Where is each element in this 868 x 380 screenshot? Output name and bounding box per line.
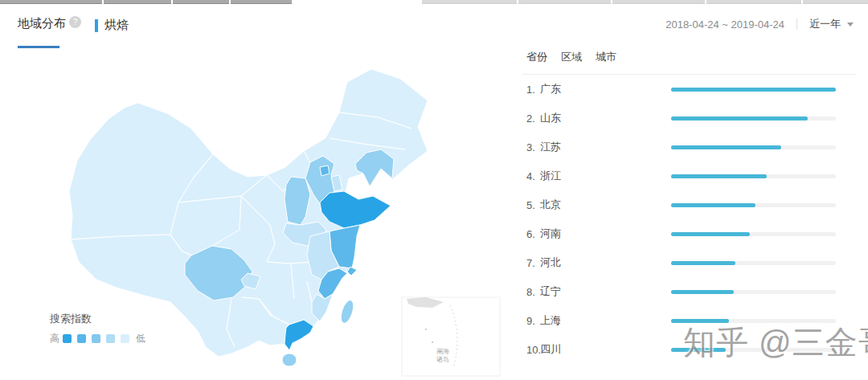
bar-track xyxy=(671,232,836,236)
ranking-panel: 省份 区域 城市 1. 广东 2. 山东 3. 江苏 4. 浙江 5. 北京 xyxy=(522,47,856,364)
tab-region[interactable]: 区域 xyxy=(561,50,582,64)
ranking-row: 3. 江苏 xyxy=(522,133,856,161)
ranking-row: 4. 浙江 xyxy=(522,161,856,190)
divider xyxy=(796,18,797,30)
legend-low-label: 低 xyxy=(136,332,145,345)
title-underline xyxy=(18,46,59,48)
legend-high-label: 高 xyxy=(50,332,59,345)
bar-fill xyxy=(671,88,836,92)
search-index-legend: 搜索指数 高 低 xyxy=(50,312,145,345)
legend-swatch xyxy=(92,334,100,343)
region-name: 江苏 xyxy=(540,140,561,154)
rank-number: 7. xyxy=(526,257,540,269)
page-title: 地域分布 xyxy=(18,16,66,31)
date-range: 2018-04-24 ~ 2019-04-24 xyxy=(665,18,784,31)
map-region-beijing[interactable] xyxy=(320,165,330,176)
region-name: 北京 xyxy=(540,198,561,212)
keyword-marker xyxy=(95,19,98,32)
region-name: 辽宁 xyxy=(540,284,561,299)
bar-fill xyxy=(671,232,750,236)
map-region-hainan[interactable] xyxy=(282,353,297,366)
bar-track xyxy=(671,174,836,178)
region-name: 广东 xyxy=(540,82,561,96)
rank-number: 2. xyxy=(526,112,540,125)
ranking-row: 5. 北京 xyxy=(522,190,856,219)
tab-divider xyxy=(801,0,803,4)
legend-swatch xyxy=(77,334,86,343)
region-name: 浙江 xyxy=(540,169,561,183)
bar-track xyxy=(671,145,836,149)
help-icon[interactable]: ? xyxy=(69,16,81,28)
south-china-sea-inset: 南海 诸岛 xyxy=(402,297,500,376)
legend-swatch xyxy=(121,334,129,343)
tab-province[interactable]: 省份 xyxy=(526,50,547,64)
bar-track xyxy=(671,116,836,121)
ranking-row: 1. 广东 xyxy=(522,75,856,104)
caret-down-icon xyxy=(847,22,854,27)
bar-fill xyxy=(671,261,735,265)
region-name: 河南 xyxy=(540,227,561,241)
bar-fill xyxy=(671,290,734,294)
tab-city[interactable]: 城市 xyxy=(596,50,616,64)
scope-tabs: 省份 区域 城市 xyxy=(522,47,856,75)
map-region-taiwan[interactable] xyxy=(338,299,356,325)
region-name: 河北 xyxy=(540,255,561,270)
region-name: 上海 xyxy=(540,313,561,328)
watermark: 知乎 @三金哥 xyxy=(683,321,868,365)
tab-divider xyxy=(102,0,104,4)
bar-track xyxy=(671,261,836,265)
keyword-label: 烘焙 xyxy=(104,18,129,33)
tab-divider xyxy=(611,0,612,4)
browser-tabs-strip xyxy=(0,0,868,4)
rank-number: 10. xyxy=(526,344,540,356)
rank-number: 3. xyxy=(526,141,540,153)
region-name: 山东 xyxy=(540,111,561,125)
bar-track xyxy=(671,290,836,294)
browser-tab-remnant-left xyxy=(0,0,292,4)
ranking-row: 6. 河南 xyxy=(522,219,856,248)
region-name: 四川 xyxy=(540,342,561,357)
rank-number: 4. xyxy=(526,170,540,182)
bar-track xyxy=(671,88,836,92)
bar-fill xyxy=(671,203,755,207)
tab-divider xyxy=(229,0,231,4)
rank-number: 6. xyxy=(526,228,540,240)
inset-label-line1: 南海 xyxy=(436,348,449,355)
tab-divider xyxy=(705,0,706,4)
period-label: 近一年 xyxy=(809,17,841,31)
rank-number: 8. xyxy=(526,286,540,298)
ranking-row: 2. 山东 xyxy=(522,104,856,133)
rank-number: 9. xyxy=(526,315,540,327)
rank-number: 5. xyxy=(526,199,540,211)
legend-title: 搜索指数 xyxy=(50,312,145,326)
ranking-row: 8. 辽宁 xyxy=(522,277,856,306)
legend-swatch xyxy=(106,334,115,343)
legend-swatch xyxy=(63,334,72,343)
rank-number: 1. xyxy=(526,84,540,96)
bar-fill xyxy=(671,116,808,121)
tab-divider xyxy=(171,0,173,4)
bar-track xyxy=(671,203,836,207)
bar-fill xyxy=(671,145,781,149)
browser-tab-remnant-right xyxy=(422,0,868,4)
tab-divider xyxy=(517,0,518,4)
period-dropdown[interactable]: 近一年 xyxy=(809,17,854,31)
bar-fill xyxy=(671,174,767,178)
ranking-row: 7. 河北 xyxy=(522,248,856,277)
inset-label-line2: 诸岛 xyxy=(436,356,449,363)
